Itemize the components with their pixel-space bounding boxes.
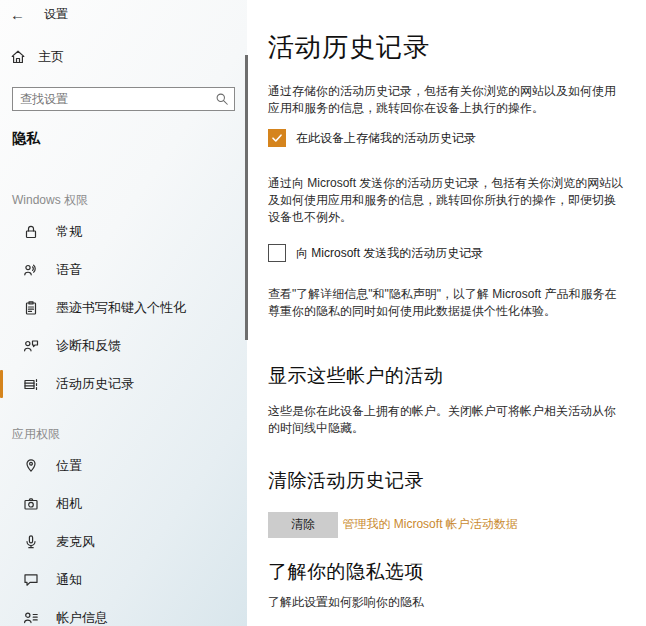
app-title: 设置: [44, 6, 68, 23]
microphone-icon: [22, 534, 39, 551]
main-content: 活动历史记录 通过存储你的活动历史记录，包括有关你浏览的网站以及如何使用应用和服…: [268, 0, 624, 611]
sidebar-item-label: 通知: [56, 571, 82, 589]
speech-icon: [22, 262, 39, 279]
group-label-app-permissions: 应用权限: [12, 426, 247, 443]
privacy-options-heading: 了解你的隐私选项: [268, 559, 624, 585]
store-activity-checkbox-label: 在此设备上存储我的活动历史记录: [296, 130, 476, 147]
store-activity-checkbox[interactable]: [268, 129, 286, 147]
home-icon: [9, 49, 27, 65]
search-box: [12, 87, 235, 111]
store-activity-checkbox-row[interactable]: 在此设备上存储我的活动历史记录: [268, 128, 624, 148]
camera-icon: [22, 496, 39, 513]
sidebar-header: ← 设置: [0, 0, 247, 22]
sidebar-item-notifications[interactable]: 通知: [0, 561, 247, 599]
sidebar-item-speech[interactable]: 语音: [0, 251, 247, 289]
sidebar-item-microphone[interactable]: 麦克风: [0, 523, 247, 561]
sidebar-item-label: 常规: [56, 223, 82, 241]
group-label-windows-permissions: Windows 权限: [12, 192, 247, 209]
location-icon: [22, 458, 39, 475]
sidebar-item-account[interactable]: 帐户信息: [0, 599, 247, 626]
page-title: 活动历史记录: [268, 30, 624, 65]
nav-group-app-permissions: 位置相机麦克风通知帐户信息: [0, 447, 247, 626]
clear-button[interactable]: 清除: [268, 512, 338, 538]
feedback-icon: [22, 338, 39, 355]
account-icon: [22, 610, 39, 626]
clear-section-heading: 清除活动历史记录: [268, 468, 624, 494]
sidebar-item-label: 墨迹书写和键入个性化: [56, 299, 186, 317]
sidebar-item-inking[interactable]: 墨迹书写和键入个性化: [0, 289, 247, 327]
sidebar-item-label: 位置: [56, 457, 82, 475]
send-activity-checkbox-row[interactable]: 向 Microsoft 发送我的活动历史记录: [268, 243, 624, 263]
lock-icon: [22, 224, 39, 241]
sidebar-item-home-label: 主页: [38, 48, 64, 66]
sidebar-item-home[interactable]: 主页: [9, 46, 247, 68]
privacy-options-description: 了解此设置如何影响你的隐私: [268, 594, 624, 611]
send-activity-checkbox-label: 向 Microsoft 发送我的活动历史记录: [296, 245, 483, 262]
sidebar-item-location[interactable]: 位置: [0, 447, 247, 485]
notifications-icon: [22, 572, 39, 589]
vertical-scrollbar[interactable]: [245, 55, 248, 340]
sidebar-item-label: 诊断和反馈: [56, 337, 121, 355]
sidebar-item-camera[interactable]: 相机: [0, 485, 247, 523]
accounts-description: 这些是你在此设备上拥有的帐户。关闭帐户可将帐户相关活动从你的时间线中隐藏。: [268, 403, 624, 437]
sidebar-item-label: 活动历史记录: [56, 375, 134, 393]
search-icon[interactable]: [215, 92, 229, 110]
nav-group-windows-permissions: 常规语音墨迹书写和键入个性化诊断和反馈活动历史记录: [0, 213, 247, 403]
manage-account-data-link[interactable]: 管理我的 Microsoft 帐户活动数据: [342, 516, 517, 533]
inking-icon: [22, 300, 39, 317]
sidebar-item-lock[interactable]: 常规: [0, 213, 247, 251]
category-title: 隐私: [12, 130, 247, 148]
sidebar-item-activity-history[interactable]: 活动历史记录: [0, 365, 247, 403]
back-button[interactable]: ←: [10, 6, 36, 23]
activity-history-icon: [22, 376, 39, 393]
sidebar-item-label: 相机: [56, 495, 82, 513]
sidebar-item-label: 语音: [56, 261, 82, 279]
settings-window: ← 设置 主页 隐私 Windows 权限 常规语音墨迹书写和键入个性化诊断和反…: [0, 0, 646, 626]
accounts-section-heading: 显示这些帐户的活动: [268, 363, 624, 389]
sidebar: ← 设置 主页 隐私 Windows 权限 常规语音墨迹书写和键入个性化诊断和反…: [0, 0, 247, 626]
privacy-note-paragraph: 查看"了解详细信息"和"隐私声明"，以了解 Microsoft 产品和服务在尊重…: [268, 286, 624, 320]
search-input[interactable]: [12, 87, 235, 111]
send-activity-checkbox[interactable]: [268, 244, 286, 262]
checkmark-icon: [271, 132, 283, 144]
sidebar-item-feedback[interactable]: 诊断和反馈: [0, 327, 247, 365]
intro-paragraph: 通过存储你的活动历史记录，包括有关你浏览的网站以及如何使用应用和服务的信息，跳转…: [268, 83, 624, 117]
sidebar-item-label: 麦克风: [56, 533, 95, 551]
send-description-paragraph: 通过向 Microsoft 发送你的活动历史记录，包括有关你浏览的网站以及如何使…: [268, 175, 624, 226]
sidebar-item-label: 帐户信息: [56, 609, 108, 626]
